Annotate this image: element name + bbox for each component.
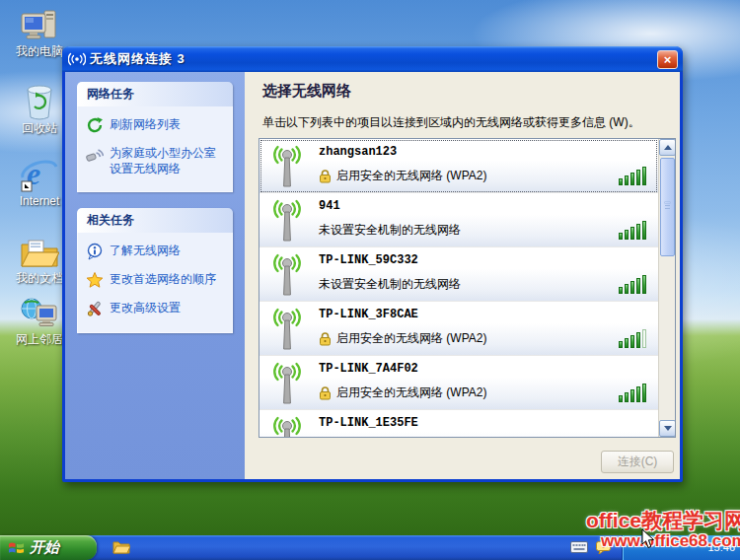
watermark-url: www.office68.com [601,531,740,551]
task-change-advanced-settings[interactable]: 更改高级设置 [86,300,226,317]
window-title: 无线网络连接 3 [90,50,185,68]
wireless-setup-icon [86,145,104,163]
network-name: TP-LINK_59C332 [319,253,418,267]
page-title: 选择无线网络 [262,82,351,101]
start-button-label: 开始 [30,538,59,557]
watermark-title: office教程学习网 [586,507,740,534]
network-list-item[interactable]: TP-LINK_1E35FE [259,410,658,438]
refresh-icon [86,116,104,134]
network-name: TP-LINK_7A4F02 [319,362,418,376]
related-tasks-card: 相关任务 了解无线网络 [77,208,233,333]
windows-logo-icon [8,539,25,556]
task-learn-wireless[interactable]: 了解无线网络 [86,243,226,260]
task-setup-home-network[interactable]: 为家庭或小型办公室设置无线网络 [86,145,226,176]
task-link-label: 为家庭或小型办公室设置无线网络 [110,145,226,176]
wireless-antenna-icon [268,252,306,298]
network-list: zhangsan123 启用安全的无线网络 (WPA2) [259,138,676,438]
network-name: zhangsan123 [319,145,397,159]
wireless-antenna-icon [268,415,306,438]
signal-strength-icon [619,384,646,402]
wireless-connection-window: 无线网络连接 3 × 网络任务 刷新网络列表 [62,46,683,482]
task-link-label: 刷新网络列表 [110,116,181,134]
window-titlebar[interactable]: 无线网络连接 3 × [62,46,683,72]
card-title: 相关任务 [77,208,233,233]
lock-icon [319,169,332,183]
task-refresh-network-list[interactable]: 刷新网络列表 [86,116,226,134]
task-change-preferred-order[interactable]: 更改首选网络的顺序 [86,271,226,289]
wireless-antenna-icon [268,307,306,352]
network-status: 启用安全的无线网络 (WPA2) [319,168,486,184]
network-status: 启用安全的无线网络 (WPA2) [319,385,486,401]
network-status: 启用安全的无线网络 (WPA2) [319,330,486,347]
quick-launch-folder-icon[interactable] [112,539,130,555]
signal-strength-icon [619,221,646,240]
main-pane: 选择无线网络 单击以下列表中的项目以连接到区域内的无线网络或获得更多信息 (W)… [245,72,680,479]
signal-strength-icon [619,275,646,294]
lock-icon [319,331,332,346]
advanced-settings-icon [86,300,104,317]
network-list-item[interactable]: zhangsan123 启用安全的无线网络 (WPA2) [259,139,658,193]
signal-strength-icon [619,329,646,348]
scrollbar-thumb[interactable] [660,158,675,256]
mouse-cursor [641,528,655,549]
network-name: TP-LINK_3F8CAE [319,308,418,321]
network-status: 未设置安全机制的无线网络 [319,222,461,239]
chevron-down-icon [664,426,672,431]
network-list-item[interactable]: TP-LINK_7A4F02 启用安全的无线网络 (WPA2) [259,356,658,410]
task-link-label: 更改高级设置 [110,300,181,317]
network-list-item[interactable]: TP-LINK_59C332 未设置安全机制的无线网络 [259,247,658,302]
close-button[interactable]: × [657,50,678,69]
task-link-label: 更改首选网络的顺序 [110,271,216,289]
scrollbar-down-button[interactable] [659,420,676,437]
network-name: 941 [319,199,340,213]
network-status: 未设置安全机制的无线网络 [319,276,461,293]
connect-button[interactable]: 连接(C) [601,451,674,473]
lock-icon [319,385,332,400]
task-pane: 网络任务 刷新网络列表 [65,72,245,479]
signal-strength-icon [619,167,646,185]
wireless-antenna-icon [268,198,306,244]
wireless-antenna-icon [268,361,306,406]
my-computer-icon [8,6,71,43]
instruction-text: 单击以下列表中的项目以连接到区域内的无线网络或获得更多信息 (W)。 [262,114,640,131]
list-scrollbar[interactable] [658,139,675,437]
network-list-item[interactable]: TP-LINK_3F8CAE 启用安全的无线网络 (WPA2) [259,302,658,356]
task-link-label: 了解无线网络 [110,243,181,260]
info-icon [86,243,104,260]
wireless-signal-icon [68,51,86,67]
scrollbar-up-button[interactable] [659,139,676,156]
keyboard-tray-icon[interactable] [570,541,588,553]
window-body: 网络任务 刷新网络列表 [65,72,680,479]
chevron-up-icon [664,145,672,150]
network-list-item[interactable]: 941 未设置安全机制的无线网络 [259,193,658,247]
card-title: 网络任务 [77,82,233,106]
star-icon [86,271,104,289]
network-tasks-card: 网络任务 刷新网络列表 [77,82,233,192]
wireless-antenna-icon [268,144,306,189]
network-name: TP-LINK_1E35FE [319,416,418,430]
start-button[interactable]: 开始 [0,535,97,560]
